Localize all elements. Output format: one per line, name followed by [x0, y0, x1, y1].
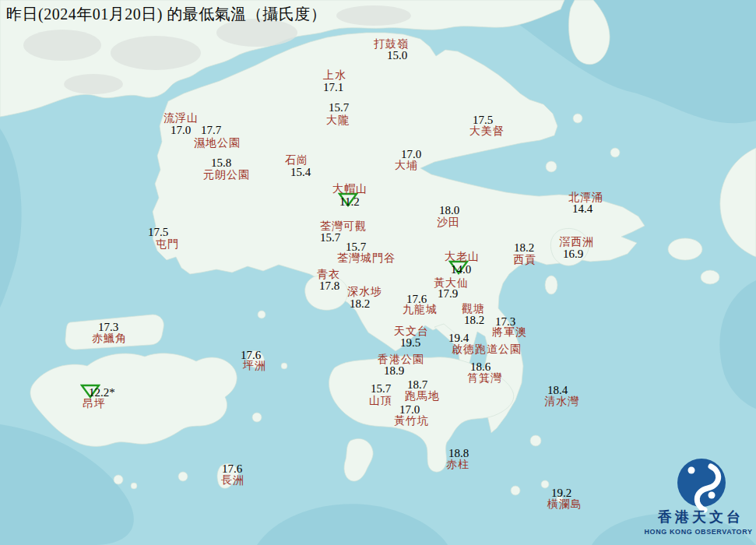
station-temp-value: 18.7 — [407, 379, 427, 391]
station-name-label: 滘西洲 — [559, 236, 594, 248]
station-name-label: 荃灣城門谷 — [337, 252, 396, 264]
station-name-label: 大老山 — [445, 251, 480, 262]
station-temp-value: 15.8 — [211, 157, 231, 169]
logo-dot — [688, 467, 695, 474]
station-temp-value: 19.2 — [551, 487, 571, 499]
station-name-label: 赤鱲角 — [92, 332, 127, 344]
station-temp-value: 17.0 — [401, 149, 421, 160]
station-name-label: 將軍澳 — [492, 326, 527, 338]
station-name-label: 濕地公園 — [194, 137, 241, 149]
station-temp-value: 17.3 — [98, 322, 118, 333]
station-temp-value: 17.8 — [319, 280, 339, 292]
station-temp-value: 17.1 — [323, 82, 343, 93]
logo-dot — [709, 492, 716, 499]
station-name-label: 橫瀾島 — [547, 498, 582, 510]
station-name-label: 石崗 — [285, 154, 308, 166]
station-temp-value: 16.9 — [563, 248, 583, 260]
station-name-label: 流浮山 — [164, 112, 199, 124]
station-temp-value: 18.4 — [547, 385, 568, 396]
station-name-label: 長洲 — [221, 474, 244, 486]
station-name-label: 觀塘 — [462, 303, 485, 315]
station-temp-value: 15.7 — [320, 232, 340, 244]
station-name-label: 赤柱 — [446, 459, 469, 470]
station-temp-value: 15.7 — [371, 383, 391, 395]
station-name-label: 九龍城 — [403, 304, 438, 315]
station-name-label: 黃竹坑 — [394, 415, 429, 427]
station-temp-value: 12.2* — [89, 387, 115, 399]
hko-logo-name-en: HONG KONG OBSERVATORY — [634, 528, 756, 536]
station-temp-value: 14.0 — [451, 264, 471, 276]
station-name-label: 屯門 — [156, 238, 179, 250]
station-temp-value: 18.9 — [384, 365, 404, 377]
station-temp-value: 17.0 — [171, 125, 191, 136]
station-name-label: 深水埗 — [347, 286, 382, 297]
station-temp-value: 17.5 — [473, 114, 493, 126]
station-name-label: 沙田 — [437, 216, 460, 228]
station-temp-value: 18.2 — [514, 242, 534, 254]
station-name-label: 清水灣 — [544, 396, 579, 407]
station-temp-value: 18.6 — [470, 361, 491, 373]
station-name-label: 香港公園 — [378, 353, 424, 365]
station-name-label: 大隴 — [326, 114, 350, 126]
station-temp-value: 15.0 — [387, 50, 407, 62]
station-name-label: 黃大仙 — [434, 277, 469, 289]
station-name-label: 山頂 — [369, 395, 392, 406]
hko-logo-name-zh: 香港天文台 — [638, 508, 756, 526]
station-name-label: 昂坪 — [83, 398, 106, 410]
station-temp-value: 17.9 — [438, 288, 458, 300]
station-name-label: 上水 — [323, 69, 346, 81]
station-temp-value: 18.0 — [439, 205, 459, 216]
station-temp-value: 14.4 — [572, 203, 592, 215]
station-temp-value: 15.4 — [290, 167, 311, 178]
hko-logo-icon — [638, 455, 756, 514]
station-name-label: 青衣 — [317, 269, 340, 280]
station-temp-value: 19.5 — [400, 337, 420, 349]
station-temp-value: 17.0 — [399, 404, 420, 416]
station-name-label: 天文台 — [394, 325, 429, 337]
station-temp-value: 17.5 — [148, 227, 168, 238]
station-temp-value: 17.6 — [222, 463, 242, 475]
station-name-label: 荃灣可觀 — [320, 220, 367, 232]
station-name-label: 筲箕灣 — [467, 372, 502, 384]
station-name-label: 啟德跑道公園 — [452, 343, 522, 355]
station-name-label: 打鼓嶺 — [374, 38, 409, 50]
station-name-label: 跑馬地 — [405, 390, 440, 402]
station-temp-value: 18.8 — [448, 448, 469, 459]
station-temp-value: 15.7 — [329, 102, 349, 114]
station-name-label: 大美督 — [469, 125, 505, 137]
station-temp-value: 18.2 — [464, 315, 484, 326]
station-name-label: 北潭涌 — [568, 192, 603, 203]
station-name-label: 大帽山 — [332, 183, 367, 195]
station-temp-value: 18.2 — [350, 298, 370, 310]
station-temp-value: 17.7 — [201, 125, 221, 136]
station-temp-value: 11.2 — [339, 196, 360, 208]
station-name-label: 坪洲 — [243, 360, 266, 371]
station-name-label: 元朗公園 — [203, 169, 250, 181]
station-temp-value: 15.7 — [346, 241, 366, 253]
station-name-label: 西貢 — [513, 254, 536, 265]
station-temp-value: 19.4 — [448, 332, 469, 344]
station-name-label: 大埔 — [395, 160, 418, 171]
